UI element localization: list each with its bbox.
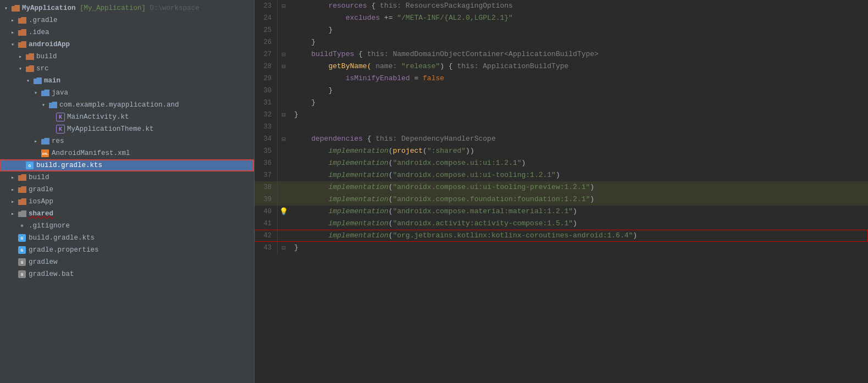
code-line: 39 implementation("androidx.compose.foun… xyxy=(255,193,868,206)
code-editor[interactable]: 23⊟ resources { this: ResourcesPackaging… xyxy=(255,0,868,383)
code-token: } xyxy=(294,98,316,107)
fold-icon[interactable]: ⊟ xyxy=(281,112,285,119)
gutter-icon xyxy=(278,97,290,109)
tree-item-main[interactable]: main xyxy=(0,75,254,87)
tree-item-androidmanifest[interactable]: XMLAndroidManifest.xml xyxy=(0,147,254,159)
tree-item-label: build xyxy=(29,174,49,181)
code-content: resources { this: ResourcesPackagingOpti… xyxy=(290,0,868,12)
tree-file-icon xyxy=(11,4,20,13)
code-line: 24 excludes += "/META-INF/{AL2.0,LGPL2.1… xyxy=(255,12,868,24)
tree-item-build-gradle-root[interactable]: Gbuild.gradle.kts xyxy=(0,232,254,244)
code-token: "androidx.compose.foundation:foundation:… xyxy=(392,195,590,203)
tree-item-label: .gradle xyxy=(29,16,58,24)
tree-item-myapp[interactable]: MyApplication [My_Application] D:\worksp… xyxy=(0,2,254,14)
tree-file-icon: XML xyxy=(41,149,49,158)
tree-file-icon xyxy=(48,101,57,109)
tree-item-label: gradle xyxy=(29,186,53,193)
tree-item-label: gradlew xyxy=(29,258,58,266)
code-line: 25 } xyxy=(255,24,868,36)
tree-item-gradle-dir[interactable]: gradle xyxy=(0,184,254,196)
tree-arrow xyxy=(16,53,24,60)
code-content: implementation("androidx.compose.materia… xyxy=(290,206,868,218)
tree-file-icon: G xyxy=(18,246,26,254)
line-number: 40 xyxy=(255,206,278,218)
code-token: ) { xyxy=(440,62,452,70)
code-token: { xyxy=(363,135,372,143)
code-token: project xyxy=(392,147,423,155)
code-content xyxy=(290,121,868,133)
code-token: implementation xyxy=(328,159,388,167)
tree-item-label: gradle.properties xyxy=(29,246,99,254)
tree-file-icon: G xyxy=(18,270,26,279)
gutter-icon xyxy=(278,230,290,242)
code-token: ) xyxy=(522,159,526,167)
tree-item-build-dir[interactable]: build xyxy=(0,171,254,184)
code-token: = xyxy=(410,74,423,82)
code-token: implementation xyxy=(328,219,388,227)
tree-item-build-gradle[interactable]: Gbuild.gradle.kts xyxy=(0,159,254,171)
code-content: } xyxy=(290,109,868,121)
tree-item-androidapp[interactable]: androidApp xyxy=(0,38,254,51)
tree-item-label: MainActivity.kt xyxy=(67,113,129,121)
tree-item-gradlew-bat[interactable]: Ggradlew.bat xyxy=(0,268,254,280)
code-token: getByName( xyxy=(328,62,371,70)
line-number: 33 xyxy=(255,121,278,133)
tree-item-label: .gitignore xyxy=(29,222,70,230)
code-content: getByName( name: "release") { this: Appl… xyxy=(290,60,868,73)
tree-item-shared[interactable]: shared xyxy=(0,208,254,220)
tree-item-mainactivity[interactable]: KMainActivity.kt xyxy=(0,111,254,123)
code-content: } xyxy=(290,97,868,109)
tree-item-build-android[interactable]: build xyxy=(0,51,254,63)
lightbulb-icon[interactable]: 💡 xyxy=(279,208,288,216)
file-tree[interactable]: MyApplication [My_Application] D:\worksp… xyxy=(0,0,255,383)
code-token: resources xyxy=(328,2,367,10)
code-token: "androidx.compose.ui:ui:1.2.1" xyxy=(392,159,521,167)
tree-arrow xyxy=(24,77,32,85)
line-number: 30 xyxy=(255,85,278,97)
tree-item-label: com.example.myapplication.and xyxy=(59,101,179,109)
tree-item-label: build.gradle.kts xyxy=(29,234,95,242)
tree-item-label: AndroidManifest.xml xyxy=(52,149,130,157)
tree-item-iosapp[interactable]: iosApp xyxy=(0,196,254,208)
tree-item-gradle-props[interactable]: Ggradle.properties xyxy=(0,244,254,256)
tree-item-label: build.gradle.kts xyxy=(36,162,102,169)
code-token xyxy=(294,135,311,143)
code-content: isMinifyEnabled = false xyxy=(290,73,868,85)
tree-item-myapptheme[interactable]: KMyApplicationTheme.kt xyxy=(0,123,254,135)
code-line: 40💡 implementation("androidx.compose.mat… xyxy=(255,206,868,218)
code-line: 36 implementation("androidx.compose.ui:u… xyxy=(255,157,868,169)
gutter-icon xyxy=(278,145,290,157)
code-line: 29 isMinifyEnabled = false xyxy=(255,73,868,85)
tree-file-icon xyxy=(18,209,26,218)
tree-item-gradle-root[interactable]: .gradle xyxy=(0,14,254,26)
tree-item-res[interactable]: res xyxy=(0,135,254,147)
code-token: implementation xyxy=(328,207,388,215)
tree-file-icon xyxy=(18,173,26,182)
code-token: buildTypes xyxy=(311,50,354,58)
code-content: implementation(project(":shared")) xyxy=(290,145,868,157)
code-token: this: ResourcesPackagingOptions xyxy=(375,2,513,10)
fold-icon[interactable]: ⊟ xyxy=(281,136,285,143)
code-line: 30 } xyxy=(255,85,868,97)
tree-item-gitignore[interactable]: ●.gitignore xyxy=(0,220,254,232)
line-number: 39 xyxy=(255,193,278,206)
code-token: ) xyxy=(590,195,594,203)
tree-item-idea[interactable]: .idea xyxy=(0,26,254,38)
tree-item-label: MyApplication [My_Application] D:\worksp… xyxy=(22,4,200,12)
fold-icon[interactable]: ⊟ xyxy=(281,51,285,59)
tree-item-label: shared xyxy=(29,210,53,218)
fold-icon[interactable]: ⊟ xyxy=(281,3,285,10)
tree-file-icon: G xyxy=(18,234,26,242)
fold-icon[interactable]: ⊟ xyxy=(281,63,285,71)
gutter-icon xyxy=(278,169,290,181)
tree-item-com-example[interactable]: com.example.myapplication.and xyxy=(0,99,254,111)
fold-icon[interactable]: ⊟ xyxy=(281,245,285,252)
gutter-icon: ⊟ xyxy=(278,109,290,121)
code-token: this: ApplicationBuildType xyxy=(453,62,569,70)
tree-item-gradlew[interactable]: Ggradlew xyxy=(0,256,254,268)
tree-item-src[interactable]: src xyxy=(0,63,254,75)
code-line: 26 } xyxy=(255,36,868,48)
gutter-icon: ⊟ xyxy=(278,242,290,254)
tree-file-icon: ● xyxy=(18,221,26,230)
tree-item-java[interactable]: java xyxy=(0,87,254,99)
